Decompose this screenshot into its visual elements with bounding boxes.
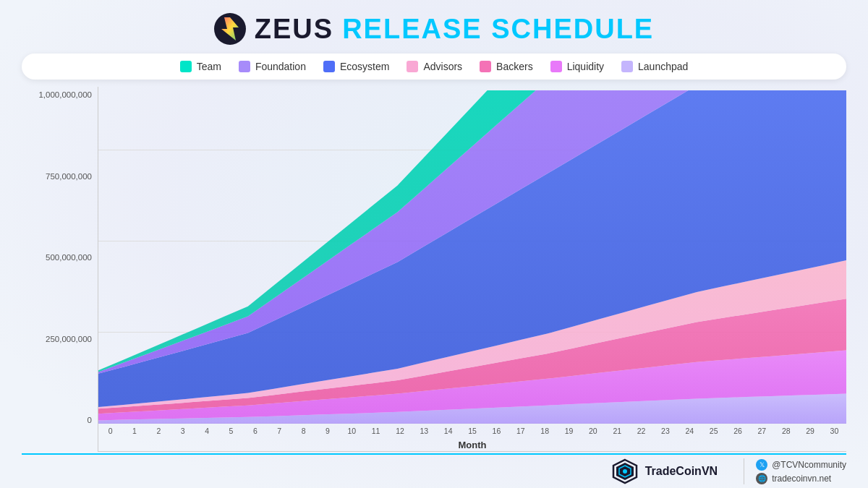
legend-item-ecosystem: Ecosystem: [323, 61, 389, 72]
legend-item-liquidity: Liquidity: [550, 61, 604, 72]
x-axis: 0123456789101112131415161718192021222324…: [98, 424, 846, 451]
footer-brand-name: TradeCoinVN: [645, 465, 718, 478]
legend-color-backers: [480, 61, 491, 72]
legend-label-launchpad: Launchpad: [638, 61, 688, 72]
x-axis-title: Month: [98, 440, 846, 450]
twitter-handle: @TCVNcommunity: [772, 460, 846, 470]
x-labels: 0123456789101112131415161718192021222324…: [98, 424, 846, 438]
footer: TradeCoinVN 𝕏 @TCVNcommunity 🌐 tradecoin…: [22, 453, 846, 488]
x-label: 11: [364, 427, 388, 435]
x-label: 21: [605, 427, 629, 435]
x-label: 3: [171, 427, 195, 435]
legend-label-ecosystem: Ecosystem: [340, 61, 389, 72]
footer-brand: TradeCoinVN: [612, 458, 732, 484]
legend-item-team: Team: [180, 61, 221, 72]
footer-social-web: 🌐 tradecoinvn.net: [756, 473, 846, 484]
globe-icon: 🌐: [756, 473, 767, 484]
chart-svg: [98, 90, 846, 424]
legend-color-launchpad: [621, 61, 633, 72]
x-label: 14: [436, 427, 460, 435]
x-label: 6: [243, 427, 267, 435]
legend-color-liquidity: [550, 61, 562, 72]
chart-area: 0123456789101112131415161718192021222324…: [98, 87, 846, 452]
x-label: 20: [581, 427, 605, 435]
title-zeus: ZEUS: [255, 14, 333, 45]
x-label: 23: [653, 427, 677, 435]
y-label: 0: [22, 416, 98, 424]
legend-item-advisors: Advisors: [407, 61, 462, 72]
legend-label-liquidity: Liquidity: [567, 61, 604, 72]
y-axis: 1,000,000,000750,000,000500,000,000250,0…: [22, 87, 98, 452]
legend-label-team: Team: [197, 61, 221, 72]
legend-item-foundation: Foundation: [239, 61, 306, 72]
x-label: 8: [292, 427, 315, 435]
x-label: 27: [750, 427, 774, 435]
x-label: 13: [412, 427, 436, 435]
x-label: 28: [774, 427, 798, 435]
legend-color-team: [180, 61, 192, 72]
x-label: 25: [702, 427, 726, 435]
x-label: 1: [122, 427, 146, 435]
x-label: 5: [219, 427, 243, 435]
legend-label-foundation: Foundation: [255, 61, 306, 72]
y-label: 750,000,000: [22, 172, 98, 181]
footer-social-twitter: 𝕏 @TCVNcommunity: [756, 459, 846, 471]
website-url: tradecoinvn.net: [772, 474, 831, 484]
footer-divider: [744, 458, 744, 484]
main-container: ZEUS RELEASE SCHEDULE TeamFoundationEcos…: [0, 0, 868, 488]
x-label: 4: [195, 427, 218, 435]
x-label: 29: [798, 427, 822, 435]
legend-item-launchpad: Launchpad: [621, 61, 688, 72]
x-label: 24: [678, 427, 702, 435]
x-label: 12: [388, 427, 412, 435]
y-label: 500,000,000: [22, 253, 98, 262]
twitter-icon: 𝕏: [756, 459, 767, 471]
x-label: 26: [726, 427, 749, 435]
tradecoinvn-logo: [612, 458, 638, 484]
x-label: 2: [147, 427, 171, 435]
legend-label-advisors: Advisors: [423, 61, 462, 72]
x-label: 17: [509, 427, 532, 435]
header: ZEUS RELEASE SCHEDULE: [22, 13, 846, 45]
x-label: 30: [822, 427, 846, 435]
x-label: 22: [629, 427, 653, 435]
x-label: 15: [460, 427, 484, 435]
x-label: 7: [268, 427, 292, 435]
stacked-svg-container: [98, 90, 846, 424]
chart-wrapper: 1,000,000,000750,000,000500,000,000250,0…: [22, 87, 846, 452]
legend-label-backers: Backers: [496, 61, 533, 72]
legend: TeamFoundationEcosystemAdvisorsBackersLi…: [22, 53, 846, 80]
x-label: 18: [532, 427, 556, 435]
x-label: 19: [557, 427, 581, 435]
legend-color-advisors: [407, 61, 418, 72]
legend-item-backers: Backers: [480, 61, 533, 72]
footer-social: 𝕏 @TCVNcommunity 🌐 tradecoinvn.net: [756, 459, 846, 484]
legend-color-ecosystem: [323, 61, 335, 72]
x-label: 0: [98, 427, 122, 435]
y-label: 1,000,000,000: [22, 90, 98, 99]
x-label: 10: [340, 427, 364, 435]
legend-color-foundation: [239, 61, 250, 72]
svg-point-5: [623, 469, 627, 474]
x-label: 9: [315, 427, 339, 435]
title-release: RELEASE SCHEDULE: [342, 14, 654, 45]
x-label: 16: [485, 427, 509, 435]
zeus-logo: [214, 13, 246, 45]
y-label: 250,000,000: [22, 335, 98, 343]
